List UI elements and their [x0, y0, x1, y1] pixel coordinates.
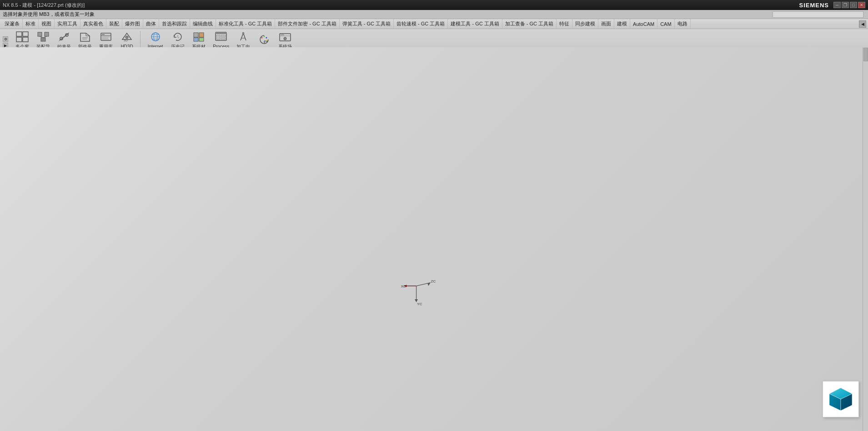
svg-rect-37: [221, 35, 226, 37]
menu-item-jiagong[interactable]: 加工查备 - GC 工具箱: [502, 19, 557, 29]
menu-item-cam[interactable]: CAM: [657, 19, 674, 29]
menu-item-jianmo2[interactable]: 建模: [614, 19, 630, 29]
svg-rect-1: [23, 32, 28, 36]
menu-item-tezheng[interactable]: 特征: [557, 19, 572, 29]
svg-point-40: [242, 32, 244, 34]
svg-rect-30: [194, 33, 198, 37]
menu-item-chilun[interactable]: 齿轮速模 - GC 工具箱: [394, 19, 448, 29]
siemens-logo: SIEMENS: [799, 2, 829, 9]
title-bar-left: NX 8.5 - 建模 - [124/227.prt (修改的)]: [3, 2, 85, 9]
toolbar-left-controls: ⚙ ▶: [3, 36, 8, 48]
minimize-button[interactable]: ─: [833, 2, 841, 8]
menu-collapse-button[interactable]: ◀: [859, 20, 866, 28]
menu-item-dianlu[interactable]: 电路: [675, 19, 691, 29]
svg-rect-5: [45, 32, 49, 36]
app-title: NX 8.5 - 建模 - [124/227.prt (修改的)]: [3, 2, 85, 9]
menu-item-shentiaotiao[interactable]: 深邃条: [2, 19, 23, 29]
right-scrollbar[interactable]: [863, 47, 868, 431]
toolbar-settings-button[interactable]: ⚙: [3, 36, 8, 42]
svg-point-43: [266, 37, 267, 38]
svg-rect-36: [216, 35, 220, 40]
svg-point-41: [261, 37, 263, 38]
machining-dir-icon: [237, 30, 250, 43]
menu-item-shitu[interactable]: 视图: [39, 19, 55, 29]
materials-icon: [192, 30, 205, 43]
menu-item-zhuangpei[interactable]: 装配: [106, 19, 122, 29]
menu-item-huamian[interactable]: 画面: [598, 19, 614, 29]
svg-rect-4: [38, 32, 42, 36]
svg-text:ZC: ZC: [431, 279, 436, 283]
svg-rect-31: [199, 33, 204, 37]
menu-item-biaozhun[interactable]: 标准: [23, 19, 39, 29]
reuse-lib-icon: [100, 30, 112, 43]
svg-rect-17: [102, 34, 105, 35]
svg-rect-48: [281, 34, 284, 35]
nx-cube[interactable]: [823, 381, 859, 417]
svg-text:YC: YC: [417, 302, 422, 306]
svg-text:3D: 3D: [124, 39, 128, 42]
status-bar: 选择对象并使用 MB3，或者双击某一对象: [0, 10, 868, 19]
svg-point-47: [284, 37, 286, 40]
coordinate-axes: XC ZC YC: [400, 270, 437, 307]
title-bar-controls: SIEMENS ─ ❐ □ ✕: [799, 2, 865, 9]
menu-bar: 深邃条 标准 视图 实用工具 真实着色 装配 爆炸图 曲体 首选和跟踪 编辑曲线…: [0, 19, 868, 29]
menu-item-shougen[interactable]: 首选和跟踪: [159, 19, 190, 29]
svg-point-42: [264, 35, 265, 37]
part-nav-icon: [79, 30, 91, 43]
constraint-nav-icon: [58, 30, 70, 43]
process-studio-icon: [215, 30, 227, 43]
title-bar: NX 8.5 - 建模 - [124/227.prt (修改的)] SIEMEN…: [0, 0, 868, 10]
menu-item-shiyonggongju[interactable]: 实用工具: [55, 19, 80, 29]
menu-item-tanhuang[interactable]: 弹簧工具 - GC 工具箱: [340, 19, 394, 29]
menu-item-baozha[interactable]: 爆炸图: [122, 19, 143, 29]
svg-point-44: [266, 40, 268, 41]
viewport: XC ZC YC: [0, 47, 868, 431]
menu-item-bianji[interactable]: 编辑曲线: [190, 19, 216, 29]
menu-item-autocam[interactable]: AutoCAM: [630, 19, 657, 29]
multi-window-icon: [16, 30, 29, 43]
palette-icon: [258, 33, 271, 46]
menu-item-jiami[interactable]: 部件文件加密 - GC 工具箱: [275, 19, 339, 29]
menu-item-jianmo[interactable]: 建模工具 - GC 工具箱: [448, 19, 502, 29]
history-icon: [171, 30, 184, 43]
menu-item-tongbu[interactable]: 同步建模: [572, 19, 598, 29]
svg-text:XC: XC: [401, 284, 406, 288]
menu-item-biaozhunhua[interactable]: 标准化工具 - GC 工具箱: [216, 19, 275, 29]
menu-item-quti[interactable]: 曲体: [143, 19, 159, 29]
svg-rect-38: [221, 38, 226, 40]
system-scene-icon: [279, 30, 291, 43]
svg-marker-54: [415, 299, 418, 302]
maximize-button[interactable]: □: [850, 2, 857, 8]
menu-item-zhenshizhuose[interactable]: 真实着色: [80, 19, 106, 29]
svg-rect-32: [194, 38, 198, 41]
svg-rect-2: [16, 37, 22, 42]
svg-rect-33: [199, 38, 204, 41]
assembly-nav-icon: [37, 30, 50, 43]
restore-button[interactable]: ❐: [842, 2, 849, 8]
search-box[interactable]: [773, 11, 863, 18]
close-button[interactable]: ✕: [858, 2, 865, 8]
svg-rect-35: [216, 32, 226, 34]
svg-rect-19: [102, 38, 108, 39]
hd3d-icon: 3D: [120, 30, 133, 43]
scrollbar-thumb[interactable]: [863, 48, 868, 61]
svg-rect-3: [23, 37, 28, 42]
svg-line-29: [178, 37, 179, 38]
svg-rect-0: [16, 32, 22, 36]
internet-explorer-icon: [149, 30, 162, 43]
svg-rect-18: [102, 36, 110, 37]
svg-rect-6: [41, 38, 45, 41]
svg-rect-20: [102, 39, 109, 40]
status-message: 选择对象并使用 MB3，或者双击某一对象: [3, 11, 95, 18]
